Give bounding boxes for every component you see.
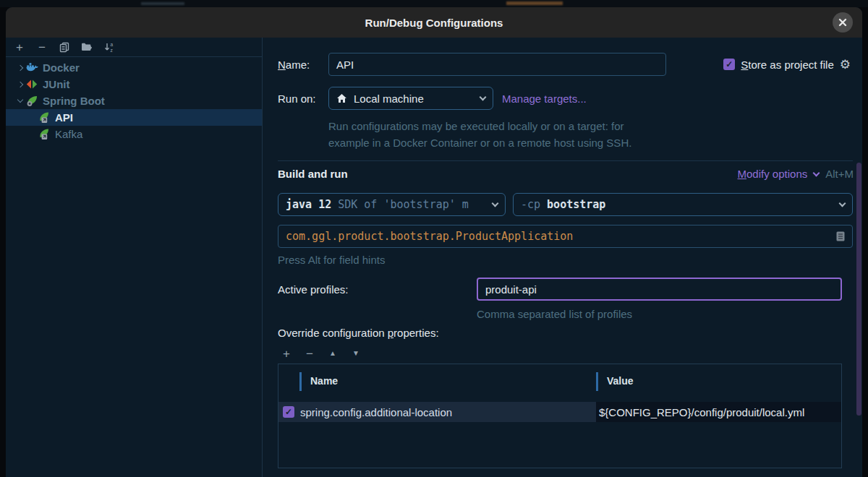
chevron-down-icon <box>480 93 487 100</box>
run-on-description-line2: example in a Docker Container or on a re… <box>328 134 631 151</box>
browse-class-icon[interactable] <box>836 231 845 241</box>
modify-options-link[interactable]: Modify options <box>738 168 808 180</box>
background-artifact <box>506 1 563 5</box>
spring-config-icon <box>38 112 51 123</box>
move-up-button[interactable]: ▲ <box>326 347 339 360</box>
close-button[interactable] <box>833 12 853 33</box>
new-folder-button[interactable] <box>80 40 93 53</box>
jre-select[interactable]: java 12 SDK of 'bootstrap' m <box>278 193 506 216</box>
section-separator <box>278 160 853 161</box>
check-icon: ✓ <box>285 407 292 417</box>
sort-alpha-icon: az <box>104 42 115 53</box>
minus-icon: − <box>306 348 313 360</box>
sidebar-item-spring-boot[interactable]: Spring Boot <box>6 93 262 109</box>
svg-text:z: z <box>110 47 112 52</box>
name-value: API <box>336 59 354 71</box>
column-header-name: Name <box>310 375 338 387</box>
sidebar-item-label: JUnit <box>43 78 70 90</box>
name-label: Name: <box>278 53 310 76</box>
store-as-project-label: Store as project file <box>741 59 833 71</box>
jre-secondary: SDK of 'bootstrap' m <box>338 198 469 211</box>
jre-primary: java 12 <box>286 198 331 211</box>
configurations-sidebar: + − az Docker <box>6 38 263 477</box>
home-icon <box>336 93 347 103</box>
active-profiles-label: Active profiles: <box>278 278 349 301</box>
properties-table: Name Value ✓ spring.config.additional-lo… <box>278 364 842 468</box>
move-down-button[interactable]: ▼ <box>349 347 362 360</box>
docker-icon <box>26 62 39 73</box>
property-name-cell: ✓ spring.config.additional-location <box>278 402 596 422</box>
remove-configuration-button[interactable]: − <box>35 40 48 53</box>
check-icon: ✓ <box>726 59 733 69</box>
alt-field-hint: Press Alt for field hints <box>278 254 385 266</box>
run-on-value: Local machine <box>354 93 424 105</box>
copy-configuration-button[interactable] <box>58 40 71 53</box>
background-app <box>0 0 868 7</box>
remove-property-button[interactable]: − <box>303 347 316 360</box>
new-folder-icon <box>81 42 93 52</box>
main-class-input[interactable]: com.ggl.product.bootstrap.ProductApplica… <box>278 225 853 248</box>
gear-icon[interactable]: ⚙ <box>840 57 851 72</box>
property-enabled-checkbox[interactable]: ✓ <box>283 406 294 418</box>
override-properties-label: Override configuration properties: <box>278 327 439 339</box>
dialog-body: + − az Docker <box>6 38 862 477</box>
classpath-flag: -cp <box>521 198 540 211</box>
spring-config-icon <box>38 129 51 139</box>
add-configuration-button[interactable]: + <box>13 40 26 53</box>
active-profiles-input[interactable]: produit-api <box>477 278 842 301</box>
chevron-down-icon <box>492 199 499 207</box>
vertical-scrollbar[interactable] <box>856 163 861 416</box>
dialog-title: Run/Debug Configurations <box>365 17 503 29</box>
chevron-down-icon[interactable] <box>813 170 820 177</box>
chevron-right-icon[interactable] <box>14 82 26 87</box>
run-on-select[interactable]: Local machine <box>328 87 493 110</box>
close-icon <box>838 18 847 27</box>
store-as-project-group: ✓ Store as project file ⚙ <box>723 53 851 76</box>
chevron-right-icon[interactable] <box>14 66 26 70</box>
modify-options-group: Modify options Alt+M <box>738 168 854 180</box>
properties-toolbar: + − ▲ ▼ <box>280 345 362 362</box>
minus-icon: − <box>38 41 46 53</box>
configurations-tree: Docker JUnit Spring Boot API <box>6 57 262 142</box>
sidebar-item-api[interactable]: API <box>6 109 262 126</box>
property-value-cell[interactable]: ${CONFIG_REPO}/config/produit/local.yml <box>596 402 841 422</box>
background-artifact <box>141 2 184 5</box>
store-as-project-checkbox[interactable]: ✓ <box>723 59 735 70</box>
column-header-value: Value <box>607 375 634 387</box>
run-on-description: Run configurations may be executed local… <box>328 118 631 151</box>
plus-icon: + <box>283 348 290 360</box>
triangle-up-icon: ▲ <box>329 350 336 357</box>
table-row[interactable]: ✓ spring.config.additional-location ${CO… <box>278 402 841 422</box>
sidebar-item-kafka[interactable]: Kafka <box>6 126 262 142</box>
main-class-value: com.ggl.product.bootstrap.ProductApplica… <box>286 230 573 243</box>
classpath-select[interactable]: -cp bootstrap <box>513 193 853 216</box>
property-name: spring.config.additional-location <box>300 406 452 418</box>
run-on-description-line1: Run configurations may be executed local… <box>328 118 631 134</box>
run-debug-configurations-dialog: Run/Debug Configurations + − az <box>6 7 862 477</box>
properties-table-header: Name Value <box>278 364 841 399</box>
active-profiles-value: produit-api <box>485 283 537 296</box>
dialog-titlebar: Run/Debug Configurations <box>6 7 862 38</box>
sort-configurations-button[interactable]: az <box>103 40 116 53</box>
spring-boot-icon <box>26 95 39 106</box>
classpath-value: bootstrap <box>547 198 605 211</box>
sidebar-item-docker[interactable]: Docker <box>6 59 262 76</box>
property-value: ${CONFIG_REPO}/config/produit/local.yml <box>599 406 804 418</box>
copy-icon <box>59 42 69 53</box>
triangle-down-icon: ▼ <box>352 350 359 357</box>
add-property-button[interactable]: + <box>280 347 293 360</box>
chevron-down-icon[interactable] <box>14 100 26 102</box>
sidebar-toolbar: + − az <box>6 38 262 57</box>
name-input[interactable]: API <box>328 53 666 76</box>
run-on-label: Run on: <box>278 87 316 110</box>
column-accent <box>299 372 302 391</box>
chevron-down-icon <box>839 199 846 207</box>
plus-icon: + <box>16 41 23 53</box>
sidebar-item-label: API <box>55 111 73 124</box>
column-accent <box>596 372 598 391</box>
configuration-editor: Name: API ✓ Store as project file ⚙ Run … <box>263 38 862 477</box>
svg-text:a: a <box>110 42 113 47</box>
sidebar-item-junit[interactable]: JUnit <box>6 76 262 93</box>
manage-targets-link[interactable]: Manage targets... <box>502 87 587 110</box>
build-and-run-title: Build and run <box>278 168 348 180</box>
